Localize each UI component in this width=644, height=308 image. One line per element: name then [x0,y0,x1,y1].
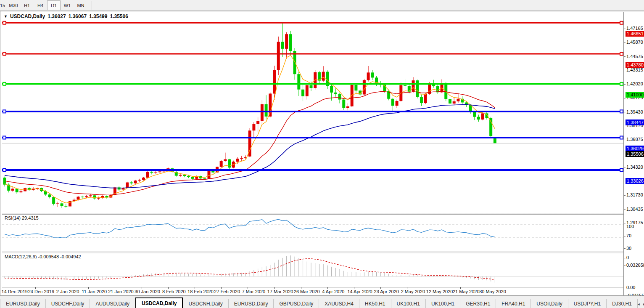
ohlc-open: 1.36027 [48,13,66,19]
date-label: 7 Mar 2020 [242,289,266,294]
axis-tick-label: 0 [624,255,629,260]
hline-handle[interactable] [620,82,623,85]
axis-tick-label: 1.47165 [624,26,643,31]
symbol-tab-usdchf[interactable]: USDCHF,Daily [46,299,90,308]
date-label: 11 Jan 2020 [82,289,107,294]
axis-tick-label: 70 [624,233,631,239]
date-label: 26 Mar 2020 [294,289,320,294]
axis-tick-label: 100 [624,224,634,229]
symbol-tab-usdcnh[interactable]: USDCNH,Daily [183,299,228,308]
date-label: 2 Jan 2020 [56,289,79,294]
hline-handle[interactable] [3,136,6,139]
chart-window: ▼ USDCAD,Daily 1.36027 1.36067 1.35499 1… [0,11,644,296]
hline-handle[interactable] [620,136,623,139]
date-label: 2 May 2020 [401,289,425,294]
symbol-tab-audusd[interactable]: AUDUSD,Daily [90,299,135,308]
symbol-tab-bar: EURUSD,DailyUSDCHF,DailyAUDUSD,DailyUSDC… [0,295,644,308]
date-label: 27 Feb 2020 [214,289,240,294]
axis-tick-label: 0.00 [624,285,635,290]
timeframe-button-w1[interactable]: W1 [61,0,74,10]
trading-app-window: 15M30H1H4D1W1MN ▼ USDCAD,Daily 1.36027 1… [0,0,644,308]
tab-navigation: ◂ ▸ [638,302,644,306]
date-label: 21 Jan 2020 [108,289,134,294]
price-badge: 1.41000 [626,92,644,98]
main-chart-pane[interactable] [2,12,623,213]
hline-handle[interactable] [3,169,6,172]
symbol-tab-dj30[interactable]: DJ30,H1 [607,299,638,308]
chart-title-bar[interactable]: ▼ USDCAD,Daily 1.36027 1.36067 1.35499 1… [4,13,128,19]
axis-tick-label: 1.44575 [624,54,643,59]
price-badge: 1.36029 [626,146,644,151]
symbol-tab-usoil[interactable]: USOil,Daily [531,299,568,308]
axis-tick-label: 0.032658 [624,263,644,268]
timeframe-button-h4[interactable]: H4 [34,0,47,10]
hline-handle[interactable] [620,21,623,24]
date-label: 4 Apr 2020 [322,289,344,294]
hline-handle[interactable] [3,82,6,85]
date-label: 23 Apr 2020 [374,289,399,294]
symbol-tab-hk50[interactable]: HK50,H1 [359,299,391,308]
axis-tick-label: 1.36875 [624,137,643,142]
axis-tick-label: 1.30435 [624,207,643,212]
chart-dropdown-icon[interactable]: ▼ [4,14,8,19]
date-label: 8 Feb 2020 [162,289,186,294]
macd-pane[interactable] [2,253,623,287]
hline-handle[interactable] [3,110,6,113]
timeframe-button-d1[interactable]: D1 [47,0,61,10]
price-badge: 1.43780 [626,62,644,68]
ohlc-high: 1.36067 [69,13,87,19]
timeframe-button-m30[interactable]: M30 [7,0,20,10]
date-label: 30 Jan 2020 [135,289,160,294]
timeframe-button-h1[interactable]: H1 [20,0,34,10]
hline-handle[interactable] [620,169,623,172]
ohlc-close: 1.35506 [110,13,128,19]
symbol-tab-usdcad-active[interactable]: USDCAD,Daily [135,297,183,308]
symbol-tab-xauusd[interactable]: XAUUSD,H4 [319,299,359,308]
axis-tick-label: 1.39430 [624,109,643,115]
price-badge: 1.46651 [626,31,644,37]
symbol-tab-eurusd[interactable]: EURUSD,Daily [229,299,274,308]
date-label: 30 May 2020 [479,289,506,294]
date-label: 24 Dec 2019 [28,289,54,294]
date-label: 14 Apr 2020 [347,289,372,294]
hline-handle[interactable] [3,21,6,24]
macd-label: MACD(12,26,9) -0.009548 -0.004942 [5,254,81,259]
price-badge: 1.35506 [626,151,644,157]
date-label: 21 May 2020 [453,289,480,294]
date-label: 14 Dec 2019 [2,289,28,294]
rsi-pane[interactable] [2,215,623,252]
axis-tick-label: 1.34320 [624,165,643,170]
hline-handle[interactable] [620,110,623,113]
axis-tick-label: 1.31730 [624,192,643,198]
date-label: 12 May 2020 [426,289,453,294]
symbol-tab-uk100[interactable]: UK100,H1 [426,299,460,308]
timeframe-button-15[interactable]: 15 [0,0,7,10]
timeframe-toolbar: 15M30H1H4D1W1MN [0,0,644,11]
date-axis: 14 Dec 201924 Dec 20192 Jan 202011 Jan 2… [2,287,623,296]
chart-symbol-title: USDCAD,Daily [10,13,45,19]
symbol-tab-usdjpy[interactable]: USDJPY,H1 [568,299,607,308]
price-badge: 1.33026 [626,178,644,184]
axis-tick-label: 30 [624,246,631,251]
symbol-tab-gbpusd[interactable]: GBPUSD,Daily [274,299,319,308]
symbol-tab-ger30[interactable]: GER30,H1 [460,299,496,308]
price-axis: 1.471651.458701.445751.433151.420201.407… [623,12,644,295]
symbol-tab-uk100[interactable]: UK100,H1 [391,299,426,308]
date-label: 17 Mar 2020 [267,289,293,294]
axis-tick-label: 1.43315 [624,67,643,73]
timeframe-buttons: 15M30H1H4D1W1MN [0,0,87,10]
symbol-tabs: EURUSD,DailyUSDCHF,DailyAUDUSD,DailyUSDC… [0,297,638,308]
symbol-tab-eurusd[interactable]: EURUSD,Daily [0,299,46,308]
tab-scroll-left-icon[interactable]: ◂ [638,302,640,306]
axis-tick-label: 1.42020 [624,81,643,87]
symbol-tab-fra40[interactable]: FRA40,H1 [496,299,531,308]
date-label: 18 Feb 2020 [187,289,214,294]
toolbar-separator [92,1,92,10]
price-badge: 1.38447 [626,119,644,125]
ohlc-low: 1.35499 [89,13,107,19]
rsi-label: RSI(14) 29.4315 [5,215,39,220]
timeframe-button-mn[interactable]: MN [74,0,87,10]
hline-handle[interactable] [3,52,6,55]
hline-handle[interactable] [620,52,623,55]
axis-tick-label: 1.45870 [624,40,643,45]
